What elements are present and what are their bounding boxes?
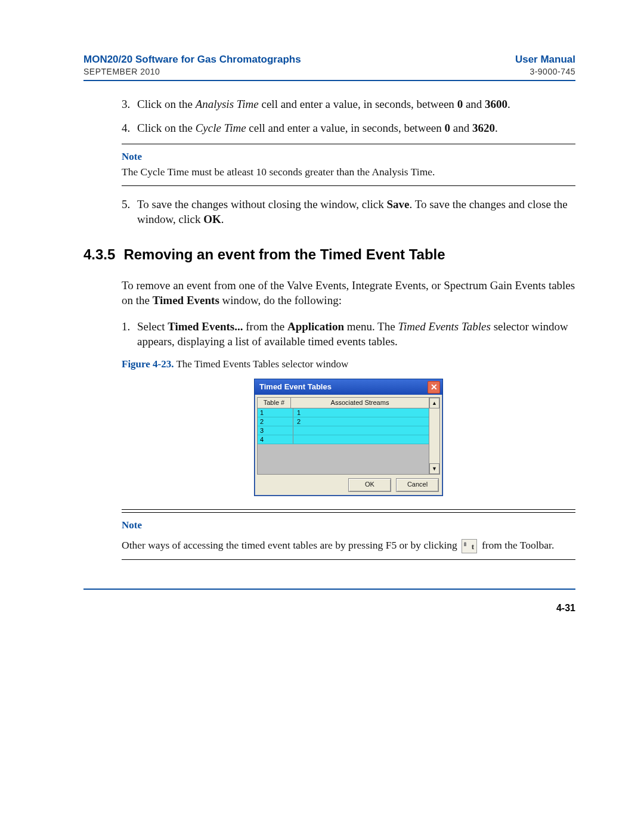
dialog-title-text: Timed Event Tables [259,382,332,392]
cell-table-num: 4 [258,435,293,444]
step-1: 1. Select Timed Events... from the Appli… [83,319,575,349]
dialog-buttons: OK Cancel [257,475,440,493]
figure-wrap: Timed Event Tables ✕ Table # Associated … [122,379,575,496]
step-4-text: Click on the Cycle Time cell and enter a… [137,120,575,136]
cancel-button[interactable]: Cancel [396,478,439,492]
header-title-right: User Manual [515,54,575,66]
header-row: MON20/20 Software for Gas Chromatographs… [83,54,575,66]
dialog-grid: Table # Associated Streams 1 1 2 2 [257,397,440,475]
section-heading: 4.3.5 Removing an event from the Timed E… [83,245,575,264]
step-3-text: Click on the Analysis Time cell and ente… [137,97,575,112]
note-1-label: Note [122,150,575,164]
figure-caption-text: The Timed Events Tables selector window [174,358,349,370]
header-rule [83,80,575,81]
note-2-top-rule [122,509,575,510]
step-3-num: 3. [122,97,137,112]
note-2-text-2: from the Toolbar. [482,539,554,551]
note-1-top-rule [122,144,575,144]
step-5-num: 5. [122,197,137,227]
note-2-body: Other ways of accessing the timed event … [122,537,575,553]
note-1: Note The Cycle Time must be atleast 10 s… [122,144,575,186]
table-row[interactable]: 2 2 [258,417,429,426]
step-5: 5. To save the changes without closing t… [83,197,575,227]
note-2-text-1: Other ways of accessing the timed event … [122,539,460,551]
step-5-text: To save the changes without closing the … [137,197,575,227]
subheader-row: SEPTEMBER 2010 3-9000-745 [83,67,575,76]
note-1-text: The Cycle Time must be atleast 10 second… [122,165,575,179]
dialog-titlebar: Timed Event Tables ✕ [255,379,442,395]
step-4-num: 4. [122,120,137,136]
note-2: Note Other ways of accessing the timed e… [122,509,575,560]
scroll-down-icon[interactable]: ▼ [429,463,439,474]
figure-label: Figure 4-23. [122,358,174,370]
grid-header-row: Table # Associated Streams [258,398,429,408]
section-title: Removing an event from the Timed Event T… [123,245,445,264]
scroll-up-icon[interactable]: ▲ [429,398,439,408]
scrollbar[interactable]: ▲ ▼ [429,398,439,474]
figure-caption: Figure 4-23. The Timed Events Tables sel… [122,358,575,371]
note-1-bottom-rule [122,185,575,186]
dialog-body: Table # Associated Streams 1 1 2 2 [255,395,442,496]
col-header-streams: Associated Streams [291,398,429,408]
step-1-num: 1. [122,319,137,349]
header-date: SEPTEMBER 2010 [83,67,160,76]
step-3: 3. Click on the Analysis Time cell and e… [83,97,575,112]
note-2-label: Note [122,519,575,532]
footer-rule [83,589,575,590]
cell-streams: 1 [293,408,429,417]
page-number: 4-31 [83,603,575,614]
cell-table-num: 1 [258,408,293,417]
table-row[interactable]: 1 1 [258,408,429,417]
section-num: 4.3.5 [83,245,115,264]
cell-table-num: 3 [258,426,293,435]
manual-page: MON20/20 Software for Gas Chromatographs… [0,0,644,833]
col-header-table: Table # [258,398,291,408]
note-2-top-rule2 [122,512,575,513]
timed-events-toolbar-icon [462,539,477,553]
cell-streams [293,426,429,435]
cell-streams: 2 [293,417,429,426]
header-docnum: 3-9000-745 [530,67,575,76]
close-icon[interactable]: ✕ [428,381,440,394]
body-content: 3. Click on the Analysis Time cell and e… [83,97,575,560]
cell-streams [293,435,429,444]
table-row[interactable]: 4 [258,435,429,444]
table-row[interactable]: 3 [258,426,429,435]
cell-table-num: 2 [258,417,293,426]
header-title-left: MON20/20 Software for Gas Chromatographs [83,54,301,66]
step-4: 4. Click on the Cycle Time cell and ente… [83,120,575,136]
note-2-bottom-rule [122,559,575,560]
dialog-grid-main: Table # Associated Streams 1 1 2 2 [258,398,429,474]
ok-button[interactable]: OK [348,478,391,492]
intro-paragraph: To remove an event from one of the Valve… [122,278,575,308]
timed-event-tables-dialog: Timed Event Tables ✕ Table # Associated … [254,379,443,496]
step-1-text: Select Timed Events... from the Applicat… [137,319,575,349]
